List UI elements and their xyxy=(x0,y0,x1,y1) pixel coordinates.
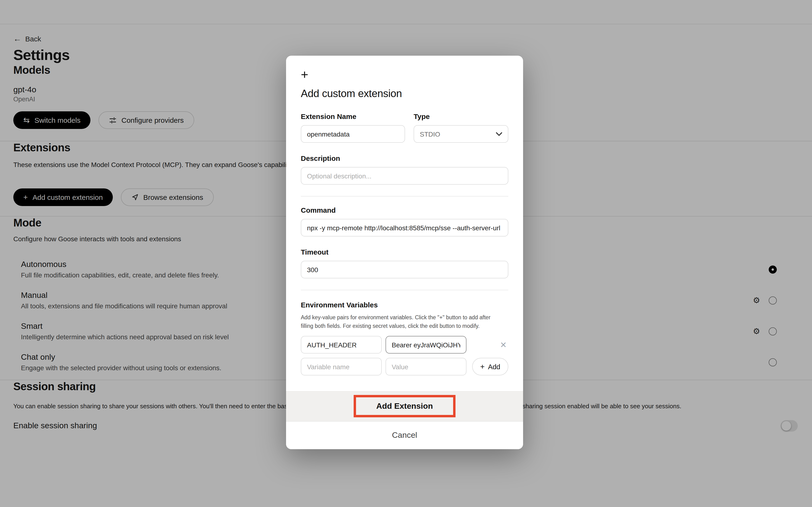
timeout-input[interactable] xyxy=(301,261,508,278)
add-env-var-label: Add xyxy=(488,363,500,371)
cancel-button-label: Cancel xyxy=(392,431,417,440)
type-label: Type xyxy=(414,112,508,121)
divider xyxy=(301,290,508,290)
add-custom-extension-modal: + Add custom extension Extension Name Ty… xyxy=(286,56,523,449)
extension-name-label: Extension Name xyxy=(301,112,405,121)
env-value-input[interactable] xyxy=(385,336,467,353)
add-extension-submit-button[interactable]: Add Extension xyxy=(286,391,523,421)
modal-title: Add custom extension xyxy=(301,88,508,100)
extension-name-input[interactable] xyxy=(301,125,405,143)
description-input[interactable] xyxy=(301,167,508,185)
chevron-down-icon xyxy=(496,132,502,136)
env-name-placeholder-input[interactable] xyxy=(301,358,382,376)
command-label: Command xyxy=(301,206,508,215)
cancel-button[interactable]: Cancel xyxy=(286,421,523,449)
divider xyxy=(301,196,508,196)
add-extension-submit-label: Add Extension xyxy=(376,402,433,411)
timeout-label: Timeout xyxy=(301,248,508,257)
env-vars-heading: Environment Variables xyxy=(301,301,508,309)
type-select[interactable]: STDIO xyxy=(414,125,508,143)
description-label: Description xyxy=(301,154,508,163)
command-input[interactable] xyxy=(301,219,508,236)
remove-env-var-icon[interactable]: × xyxy=(500,339,506,350)
env-var-new-row: + Add xyxy=(301,358,508,376)
env-name-input[interactable] xyxy=(301,336,382,353)
add-env-var-button[interactable]: + Add xyxy=(472,358,508,376)
env-vars-help-line2: filling both fields. For existing secret… xyxy=(301,322,508,330)
plus-icon: + xyxy=(480,363,485,371)
env-value-placeholder-input[interactable] xyxy=(385,358,467,376)
env-vars-help-line1: Add key-value pairs for environment vari… xyxy=(301,313,508,322)
type-select-value: STDIO xyxy=(420,130,440,138)
env-vars-help: Add key-value pairs for environment vari… xyxy=(301,313,508,330)
plus-icon: + xyxy=(301,68,508,81)
env-var-row: × xyxy=(301,336,508,353)
